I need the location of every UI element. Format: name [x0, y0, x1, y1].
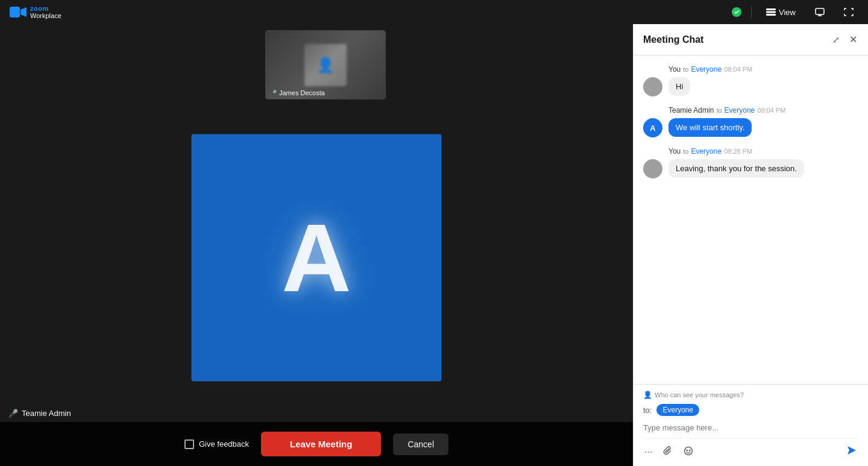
chat-title: Meeting Chat — [643, 34, 703, 45]
svg-rect-0 — [10, 7, 20, 17]
main-content: 👤 🎤 James Decosta A 🎤 Teamie Admin Give … — [0, 24, 868, 466]
header-controls: View — [732, 5, 858, 19]
main-video-content: A — [192, 134, 442, 381]
msg1-bubble: Hi — [668, 77, 690, 96]
muted-mic-icon: 🎤 — [269, 90, 277, 96]
svg-rect-4 — [766, 14, 776, 16]
leave-overlay: Give feedback Leave Meeting Cancel — [0, 422, 633, 466]
zoom-icon — [10, 7, 27, 17]
brand-logo: zoom Workplace — [10, 5, 61, 19]
send-message-button[interactable] — [845, 444, 858, 460]
msg1-to: to — [683, 66, 688, 73]
message-group-3: You to Everyone 08:28 PM Leaving, thank … — [643, 147, 858, 178]
msg3-bubble: Leaving, thank you for the session. — [668, 159, 804, 178]
chat-panel: Meeting Chat ⤢ ✕ You to Everyone 08:04 P… — [633, 24, 868, 466]
thumbnail-video: 👤 🎤 James Decosta — [265, 30, 386, 99]
feedback-label: Give feedback — [199, 439, 249, 449]
message-row-3: Leaving, thank you for the session. — [643, 159, 858, 178]
emoji-button[interactable] — [682, 445, 694, 459]
msg1-sender: You — [668, 65, 681, 74]
view-button[interactable]: View — [761, 5, 800, 19]
message-input[interactable] — [643, 421, 858, 435]
to-label: to: — [643, 406, 652, 415]
msg3-time: 08:28 PM — [724, 148, 752, 155]
main-video: A — [192, 134, 442, 381]
msg2-to: to — [716, 107, 722, 114]
svg-rect-2 — [766, 8, 776, 10]
message-row-1: Hi — [643, 77, 858, 96]
who-can-see-text: Who can see your messages? — [655, 391, 744, 398]
chat-action-icons: ··· — [643, 445, 694, 459]
header-bar: zoom Workplace View — [0, 0, 868, 24]
msg2-sender: Teamie Admin — [668, 106, 714, 115]
svg-marker-1 — [20, 7, 27, 17]
security-status-icon — [732, 7, 741, 17]
bottom-user-label: Teamie Admin — [22, 409, 71, 418]
feedback-checkbox[interactable] — [184, 439, 194, 449]
svg-rect-5 — [816, 8, 824, 14]
msg3-recipient: Everyone — [691, 147, 722, 156]
message-group-2: Teamie Admin to Everyone 08:04 PM A We w… — [643, 106, 858, 137]
chat-footer: 👤 Who can see your messages? to: Everyon… — [634, 384, 868, 466]
main-video-initial: A — [281, 202, 351, 313]
bottom-user-name: 🎤 Teamie Admin — [8, 409, 71, 418]
msg1-avatar — [643, 77, 662, 96]
feedback-area: Give feedback — [184, 439, 249, 449]
thumbnail-user-name: James Decosta — [279, 89, 325, 96]
msg1-recipient: Everyone — [691, 65, 722, 74]
chat-messages-area: You to Everyone 08:04 PM Hi Teamie Admin… — [634, 55, 868, 384]
message-row-2: A We will start shortly. — [643, 118, 858, 137]
chat-header: Meeting Chat ⤢ ✕ — [634, 24, 868, 55]
who-can-see-row: 👤 Who can see your messages? — [643, 391, 858, 399]
attach-file-button[interactable] — [662, 445, 674, 459]
message-meta-3: You to Everyone 08:28 PM — [643, 147, 858, 156]
msg3-sender: You — [668, 147, 681, 156]
view-label: View — [779, 8, 796, 17]
zoom-brand-text: zoom — [30, 5, 61, 12]
message-meta-2: Teamie Admin to Everyone 08:04 PM — [643, 106, 858, 115]
chat-actions: ··· — [643, 438, 858, 460]
chat-header-icons: ⤢ ✕ — [831, 33, 858, 46]
popout-chat-button[interactable]: ⤢ — [831, 34, 841, 46]
msg1-time: 08:04 PM — [724, 66, 752, 73]
cancel-button[interactable]: Cancel — [393, 433, 448, 455]
more-options-button[interactable]: ··· — [643, 446, 653, 459]
thumbnail-name-label: 🎤 James Decosta — [269, 89, 325, 96]
msg3-to: to — [683, 148, 688, 155]
video-area: 👤 🎤 James Decosta A 🎤 Teamie Admin Give … — [0, 24, 633, 466]
thumbnail-avatar: 👤 — [304, 44, 347, 86]
msg3-avatar — [643, 159, 662, 178]
msg2-recipient: Everyone — [725, 106, 755, 115]
leave-meeting-button[interactable]: Leave Meeting — [261, 432, 381, 456]
svg-point-6 — [685, 447, 693, 455]
to-row: to: Everyone — [643, 404, 858, 416]
header-separator — [751, 6, 752, 18]
screen-share-button[interactable] — [810, 5, 829, 19]
person-info-icon: 👤 — [643, 391, 652, 399]
message-meta-1: You to Everyone 08:04 PM — [643, 65, 858, 74]
everyone-badge[interactable]: Everyone — [656, 404, 699, 416]
svg-rect-3 — [766, 11, 776, 13]
message-group-1: You to Everyone 08:04 PM Hi — [643, 65, 858, 96]
bottom-mic-icon: 🎤 — [8, 409, 18, 418]
svg-point-8 — [690, 450, 691, 451]
fullscreen-button[interactable] — [839, 5, 858, 19]
msg2-bubble: We will start shortly. — [668, 118, 752, 137]
msg2-avatar: A — [643, 118, 662, 137]
close-chat-button[interactable]: ✕ — [848, 33, 858, 46]
zoom-workplace-text: Workplace — [30, 12, 61, 19]
svg-point-7 — [687, 450, 688, 451]
msg2-time: 08:04 PM — [757, 107, 785, 114]
